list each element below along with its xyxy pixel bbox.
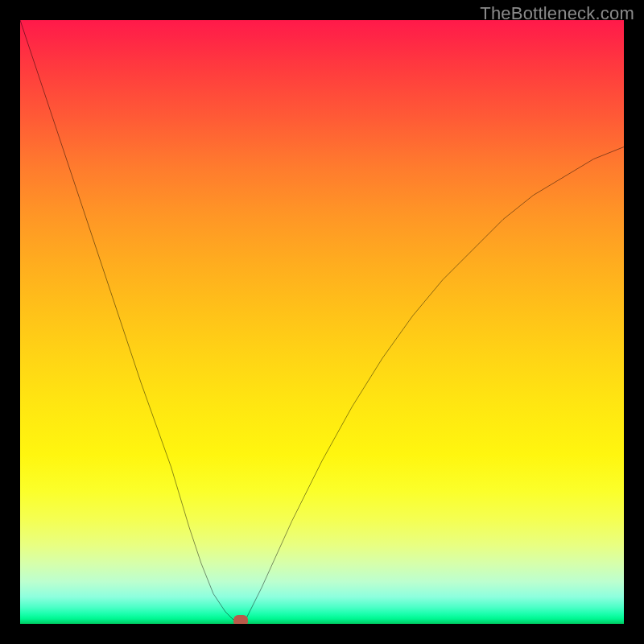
optimal-point-marker (233, 615, 248, 624)
plot-area (20, 20, 624, 624)
watermark-text: TheBottleneck.com (480, 3, 634, 24)
curve-svg (20, 20, 624, 624)
bottleneck-curve (20, 20, 624, 624)
chart-frame: TheBottleneck.com (0, 0, 644, 644)
